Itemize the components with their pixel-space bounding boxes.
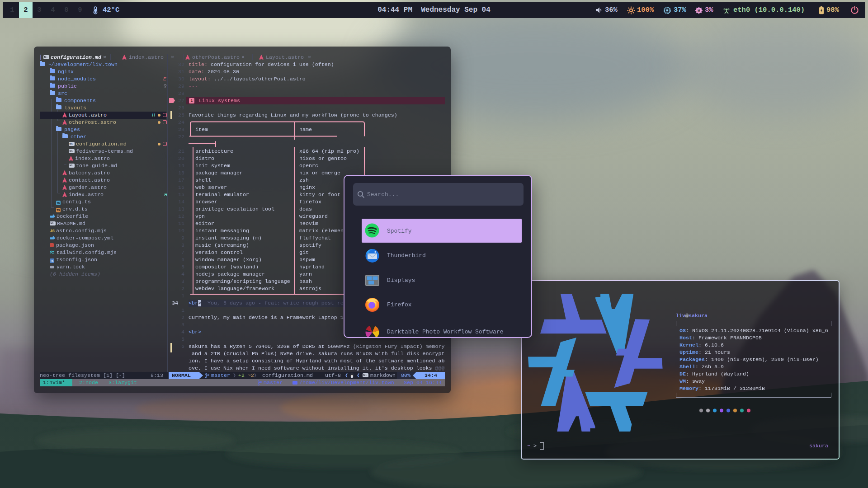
svg-text:M: M (698, 9, 700, 12)
